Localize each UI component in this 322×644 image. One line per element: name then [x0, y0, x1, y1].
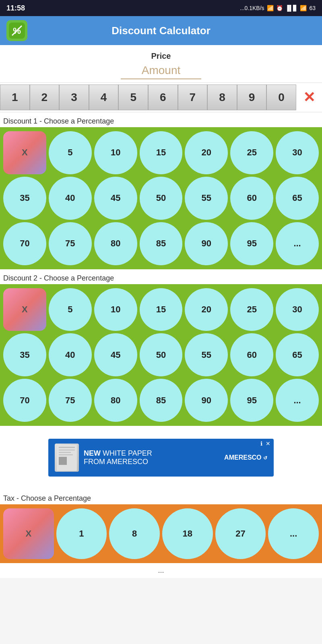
discount1-btn-50[interactable]: 50	[140, 177, 183, 220]
numpad-keys: 1 2 3 4 5 6 7 8 9 0	[0, 85, 296, 110]
app-title: Discount Calculator	[32, 25, 290, 37]
network-status: ...0.1KB/s	[240, 5, 264, 11]
signal-icon: ▐▌▊	[285, 5, 298, 11]
status-right: ...0.1KB/s 📶 ⏰ ▐▌▊ 📶 63	[240, 5, 316, 11]
numpad-key-4[interactable]: 4	[89, 85, 119, 110]
numpad-key-7[interactable]: 7	[178, 85, 208, 110]
discount2-btn-20[interactable]: 20	[185, 288, 228, 331]
price-label: Price	[0, 52, 322, 61]
numpad-key-6[interactable]: 6	[148, 85, 178, 110]
discount2-btn-65[interactable]: 65	[276, 333, 319, 376]
main-content: Price 1 2 3 4 5 6 7 8 9 0 ✕ Discount 1 -…	[0, 45, 322, 578]
numpad-key-1[interactable]: 1	[0, 85, 30, 110]
discount2-btn-40[interactable]: 40	[49, 333, 92, 376]
discount1-label: Discount 1 - Choose a Percentage	[0, 112, 322, 127]
battery-indicator: 63	[309, 5, 316, 11]
tax-btn-27[interactable]: 27	[215, 508, 266, 559]
discount2-btn-50[interactable]: 50	[140, 333, 183, 376]
discount2-btn-15[interactable]: 15	[140, 288, 183, 331]
wifi-icon: 📶	[300, 5, 307, 11]
amount-input[interactable]	[121, 64, 201, 79]
discount1-btn-15[interactable]: 15	[140, 131, 183, 174]
discount2-btn-95[interactable]: 95	[230, 379, 273, 422]
discount1-btn-30[interactable]: 30	[276, 131, 319, 174]
discount1-btn-95[interactable]: 95	[230, 222, 273, 265]
svg-rect-5	[59, 450, 75, 450]
tax-grid: X 1 8 18 27 ...	[0, 504, 322, 563]
numpad-key-0[interactable]: 0	[266, 85, 296, 110]
status-time: 11:58	[6, 4, 25, 12]
price-section: Price	[0, 45, 322, 83]
numpad-key-2[interactable]: 2	[30, 85, 60, 110]
discount1-clear-button[interactable]: X	[3, 131, 46, 174]
tax-btn-1[interactable]: 1	[56, 508, 107, 559]
discount1-btn-35[interactable]: 35	[3, 177, 46, 220]
numpad-delete-button[interactable]: ✕	[296, 85, 322, 110]
alarm-icon: ⏰	[276, 5, 283, 11]
discount1-btn-40[interactable]: 40	[49, 177, 92, 220]
ad-logo-icon: ↺	[263, 455, 267, 461]
ad-logo: AMERESCO ↺	[224, 454, 267, 461]
discount2-btn-80[interactable]: 80	[94, 379, 137, 422]
discount2-grid: X 5 10 15 20 25 30 35 40 45 50 55 60 65 …	[0, 284, 322, 426]
bluetooth-icon: 📶	[267, 5, 274, 11]
delete-icon: ✕	[303, 89, 315, 106]
discount1-btn-75[interactable]: 75	[49, 222, 92, 265]
discount1-btn-65[interactable]: 65	[276, 177, 319, 220]
discount2-btn-60[interactable]: 60	[230, 333, 273, 376]
discount1-btn-55[interactable]: 55	[185, 177, 228, 220]
discount2-btn-25[interactable]: 25	[230, 288, 273, 331]
discount1-btn-85[interactable]: 85	[140, 222, 183, 265]
numpad-key-3[interactable]: 3	[59, 85, 89, 110]
discount2-btn-90[interactable]: 90	[185, 379, 228, 422]
ad-banner[interactable]: ℹ ✕ NEW WHITE PAPERFROM AMERESCO	[48, 439, 274, 477]
ad-new-label: NEW	[84, 449, 101, 457]
discount2-btn-30[interactable]: 30	[276, 288, 319, 331]
discount1-btn-20[interactable]: 20	[185, 131, 228, 174]
discount1-grid: X 5 10 15 20 25 30 35 40 45 50 55 60 65 …	[0, 127, 322, 269]
ad-container: ℹ ✕ NEW WHITE PAPERFROM AMERESCO	[0, 426, 322, 489]
discount1-btn-70[interactable]: 70	[3, 222, 46, 265]
status-bar: 11:58 ...0.1KB/s 📶 ⏰ ▐▌▊ 📶 63	[0, 0, 322, 16]
tax-btn-more[interactable]: ...	[268, 508, 319, 559]
ad-close-button[interactable]: ✕	[266, 440, 270, 447]
discount2-btn-70[interactable]: 70	[3, 379, 46, 422]
numpad-key-8[interactable]: 8	[207, 85, 237, 110]
discount1-btn-10[interactable]: 10	[94, 131, 137, 174]
ad-info-icon[interactable]: ℹ	[260, 440, 262, 447]
discount2-btn-5[interactable]: 5	[49, 288, 92, 331]
app-bar: % Discount Calculator	[0, 16, 322, 45]
discount2-btn-85[interactable]: 85	[140, 379, 183, 422]
ad-image	[55, 444, 79, 472]
tax-btn-8[interactable]: 8	[109, 508, 160, 559]
numpad: 1 2 3 4 5 6 7 8 9 0 ✕	[0, 83, 322, 112]
discount2-clear-button[interactable]: X	[3, 288, 46, 331]
discount2-btn-55[interactable]: 55	[185, 333, 228, 376]
numpad-key-9[interactable]: 9	[237, 85, 267, 110]
discount1-btn-25[interactable]: 25	[230, 131, 273, 174]
discount2-btn-35[interactable]: 35	[3, 333, 46, 376]
svg-rect-4	[59, 447, 75, 448]
discount1-btn-more[interactable]: ...	[276, 222, 319, 265]
svg-rect-6	[59, 452, 71, 453]
discount2-btn-more[interactable]: ...	[276, 379, 319, 422]
svg-rect-8	[59, 457, 67, 465]
tax-btn-18[interactable]: 18	[162, 508, 213, 559]
more-dots: ...	[0, 563, 322, 578]
app-icon: %	[6, 20, 27, 41]
discount2-btn-10[interactable]: 10	[94, 288, 137, 331]
tax-clear-button[interactable]: X	[3, 508, 54, 559]
discount1-btn-60[interactable]: 60	[230, 177, 273, 220]
numpad-key-5[interactable]: 5	[118, 85, 148, 110]
tax-label: Tax - Choose a Percentage	[0, 489, 322, 504]
svg-rect-7	[59, 454, 73, 455]
discount1-btn-90[interactable]: 90	[185, 222, 228, 265]
ad-text: NEW WHITE PAPERFROM AMERESCO	[84, 449, 219, 466]
discount2-btn-45[interactable]: 45	[94, 333, 137, 376]
discount2-btn-75[interactable]: 75	[49, 379, 92, 422]
discount1-btn-45[interactable]: 45	[94, 177, 137, 220]
discount1-btn-80[interactable]: 80	[94, 222, 137, 265]
discount2-label: Discount 2 - Choose a Percentage	[0, 269, 322, 284]
discount1-btn-5[interactable]: 5	[49, 131, 92, 174]
